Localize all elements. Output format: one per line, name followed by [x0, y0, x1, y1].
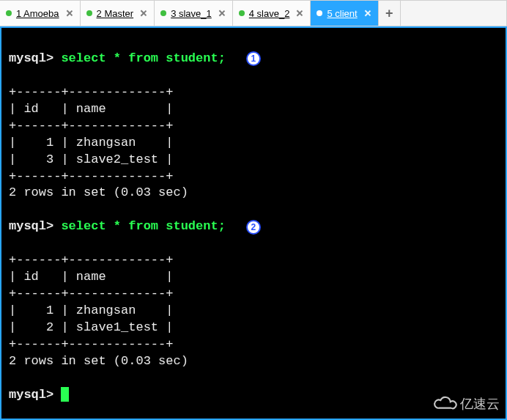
- status-dot-icon: [160, 10, 166, 16]
- status-text: 2 rows in set (0.03 sec): [9, 354, 188, 368]
- annotation-badge-2: 2: [246, 220, 261, 235]
- table-header: | id | name |: [9, 270, 173, 284]
- close-icon[interactable]: [365, 10, 371, 16]
- table-row: | 3 | slave2_test |: [9, 152, 173, 166]
- mysql-prompt: mysql>: [9, 387, 61, 404]
- command-text: select * from student;: [61, 218, 225, 235]
- tab-slave2[interactable]: 4 slave_2: [233, 1, 311, 26]
- command-text: select * from student;: [61, 51, 225, 67]
- table-border: +------+-------------+: [9, 85, 173, 99]
- idle-prompt-line: mysql>: [9, 387, 503, 404]
- close-icon[interactable]: [297, 10, 303, 16]
- close-icon[interactable]: [141, 10, 147, 16]
- tab-label: 2 Master: [97, 8, 134, 19]
- tab-client[interactable]: 5 client: [311, 1, 378, 26]
- close-icon[interactable]: [67, 10, 73, 16]
- tab-master[interactable]: 2 Master: [81, 1, 155, 26]
- close-icon[interactable]: [219, 10, 225, 16]
- table-border: +------+-------------+: [9, 169, 173, 183]
- table-header: | id | name |: [9, 102, 173, 116]
- tab-label: 5 client: [327, 8, 357, 19]
- tab-label: 3 slave_1: [171, 8, 212, 19]
- table-row: | 1 | zhangsan |: [9, 303, 173, 317]
- table-row: | 1 | zhangsan |: [9, 136, 173, 150]
- cursor-icon: [61, 387, 69, 402]
- table-border: +------+-------------+: [9, 119, 173, 133]
- command-line-2: mysql> select * from student;2: [9, 218, 503, 235]
- tab-bar: 1 Amoeba 2 Master 3 slave_1 4 slave_2 5 …: [0, 0, 507, 26]
- status-text: 2 rows in set (0.03 sec): [9, 185, 188, 199]
- mysql-prompt: mysql>: [9, 218, 61, 235]
- table-row: | 2 | slave1_test |: [9, 320, 173, 334]
- plus-icon: +: [385, 6, 393, 21]
- table-border: +------+-------------+: [9, 337, 173, 351]
- tab-label: 1 Amoeba: [16, 8, 59, 19]
- table-border: +------+-------------+: [9, 287, 173, 301]
- table-border: +------+-------------+: [9, 253, 173, 267]
- status-dot-icon: [86, 10, 92, 16]
- mysql-prompt: mysql>: [9, 51, 61, 67]
- new-tab-button[interactable]: +: [379, 1, 401, 26]
- annotation-badge-1: 1: [246, 51, 261, 66]
- tab-label: 4 slave_2: [249, 8, 290, 19]
- command-line-1: mysql> select * from student;1: [9, 51, 503, 67]
- status-dot-icon: [239, 10, 245, 16]
- status-dot-icon: [6, 10, 12, 16]
- terminal[interactable]: mysql> select * from student;1 +------+-…: [0, 26, 507, 420]
- status-dot-icon: [317, 10, 322, 16]
- tab-slave1[interactable]: 3 slave_1: [155, 1, 233, 26]
- tab-amoeba[interactable]: 1 Amoeba: [0, 1, 81, 26]
